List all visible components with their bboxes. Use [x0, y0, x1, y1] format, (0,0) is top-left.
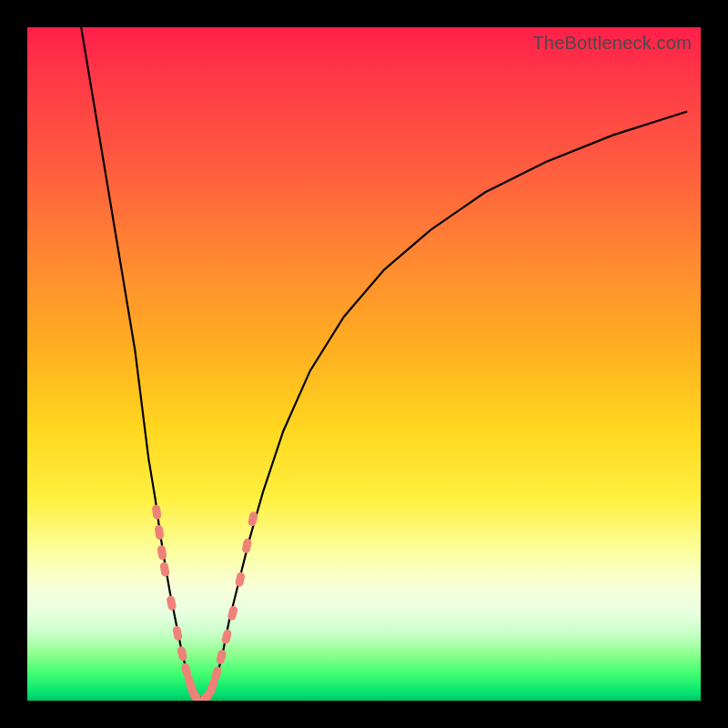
marker-pill: [172, 625, 183, 642]
marker-pill: [227, 605, 238, 622]
marker-pill: [241, 538, 252, 554]
marker-pill: [159, 561, 170, 577]
marker-pill: [216, 649, 228, 665]
curve-right: [209, 112, 687, 698]
marker-pill: [152, 504, 162, 520]
marker-pill: [157, 545, 167, 561]
plot-area: TheBottleneck.com: [27, 27, 701, 701]
marker-pill: [221, 629, 233, 645]
marker-pill: [166, 595, 177, 611]
watermark-text: TheBottleneck.com: [532, 33, 692, 54]
markers-left: [152, 504, 204, 701]
outer-frame: TheBottleneck.com: [0, 0, 728, 728]
curve-left: [81, 27, 196, 697]
marker-pill: [235, 571, 246, 588]
marker-pill: [248, 511, 258, 527]
marker-pill: [177, 645, 187, 662]
bottleneck-curve: [27, 27, 701, 701]
marker-pill: [155, 524, 165, 540]
markers-right: [198, 511, 258, 701]
